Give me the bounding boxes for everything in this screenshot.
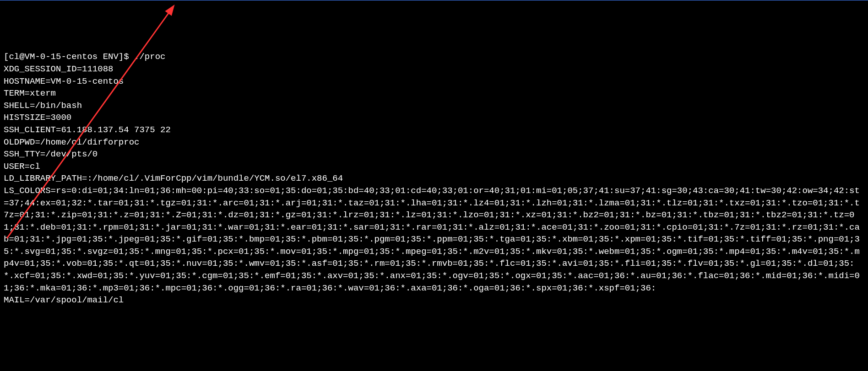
command-text: ./proc — [134, 52, 165, 62]
output-line: OLDPWD=/home/cl/dirforproc — [4, 136, 864, 149]
output-line: MAIL=/var/spool/mail/cl — [4, 294, 864, 306]
output-line: HISTSIZE=3000 — [4, 112, 864, 124]
output-line: LS_COLORS=rs=0:di=01;34:ln=01;36:mh=00:p… — [4, 185, 864, 294]
output-line: USER=cl — [4, 161, 864, 173]
output-line: LD_LIBRARY_PATH=:/home/cl/.VimForCpp/vim… — [4, 172, 864, 185]
prompt-line: [cl@VM-0-15-centos ENV]$ ./proc — [4, 51, 864, 63]
output-line: SSH_CLIENT=61.188.137.54 7375 22 — [4, 124, 864, 136]
output-line: HOSTNAME=VM-0-15-centos — [4, 75, 864, 88]
output-line: SHELL=/bin/bash — [4, 100, 864, 112]
output-line: SSH_TTY=/dev/pts/0 — [4, 148, 864, 161]
shell-prompt: [cl@VM-0-15-centos ENV]$ — [4, 52, 134, 62]
output-line: XDG_SESSION_ID=111088 — [4, 63, 864, 75]
output-line: TERM=xterm — [4, 87, 864, 100]
terminal-output[interactable]: [cl@VM-0-15-centos ENV]$ ./procXDG_SESSI… — [4, 51, 864, 306]
